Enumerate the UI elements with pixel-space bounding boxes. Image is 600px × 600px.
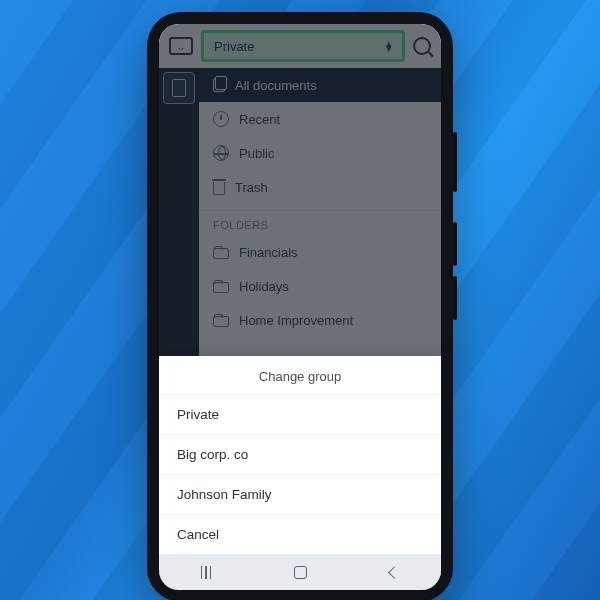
android-navbar [159,554,441,590]
volume-up [453,222,457,266]
phone-frame: Private ▴▾ All documents [147,12,453,600]
change-group-sheet: Change group Private Big corp. co Johnso… [159,356,441,554]
phone-screen: Private ▴▾ All documents [159,24,441,590]
sheet-option-private[interactable]: Private [159,394,441,434]
nav-back-button[interactable] [389,566,402,579]
nav-home-button[interactable] [294,566,307,579]
sheet-cancel[interactable]: Cancel [159,514,441,554]
volume-down [453,276,457,320]
sheet-option-johnson-family[interactable]: Johnson Family [159,474,441,514]
sheet-title: Change group [159,356,441,394]
nav-recent-button[interactable] [201,566,212,579]
sheet-option-big-corp[interactable]: Big corp. co [159,434,441,474]
power-button [453,132,457,192]
